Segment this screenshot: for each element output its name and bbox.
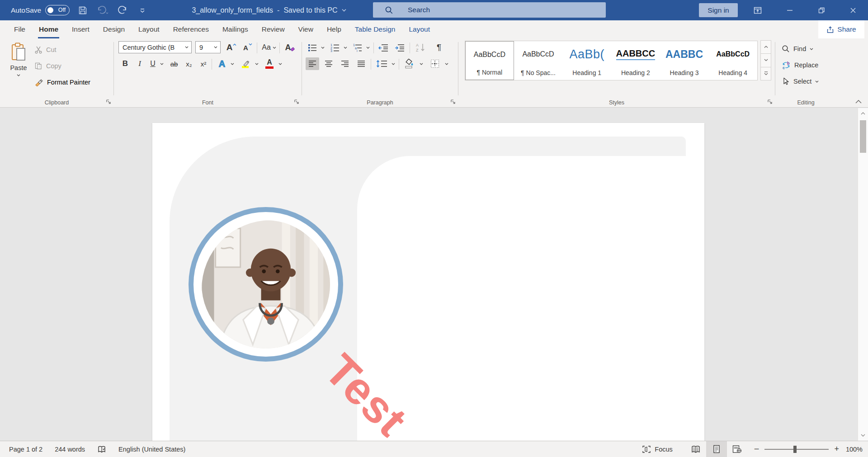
paragraph-dialog-launcher[interactable] — [450, 99, 456, 104]
autosave-control[interactable]: AutoSave Off — [11, 5, 70, 15]
search-input[interactable]: Search — [373, 2, 606, 18]
collapse-ribbon-button[interactable] — [855, 100, 862, 104]
numbering-button[interactable]: 123 — [328, 41, 342, 54]
tab-mailings[interactable]: Mailings — [216, 20, 255, 38]
tab-table-design[interactable]: Table Design — [348, 20, 402, 38]
minimize-button[interactable] — [779, 0, 800, 20]
style-heading-3[interactable]: AABBC Heading 3 — [660, 41, 709, 80]
styles-more-button[interactable] — [760, 67, 771, 80]
web-layout-button[interactable] — [727, 441, 748, 457]
close-button[interactable] — [843, 0, 863, 20]
tab-view[interactable]: View — [292, 20, 320, 38]
tab-design[interactable]: Design — [96, 20, 132, 38]
zoom-slider[interactable] — [764, 449, 829, 450]
paste-button[interactable]: Paste — [5, 41, 32, 86]
change-case-button[interactable]: Aa — [259, 41, 278, 54]
cut-button[interactable]: Cut — [34, 43, 57, 57]
style-no-spacing[interactable]: AaBbCcD ¶ No Spac... — [514, 41, 563, 80]
sign-in-button[interactable]: Sign in — [699, 3, 738, 17]
tab-layout[interactable]: Layout — [132, 20, 166, 38]
scrollbar-thumb[interactable] — [860, 120, 866, 153]
vertical-scrollbar[interactable] — [858, 108, 868, 441]
underline-button[interactable]: U — [147, 57, 158, 70]
restore-button[interactable] — [811, 0, 832, 20]
undo-button[interactable] — [96, 4, 109, 17]
tab-references[interactable]: References — [166, 20, 216, 38]
redo-button[interactable] — [116, 4, 129, 17]
ribbon-display-options-button[interactable] — [747, 0, 768, 20]
borders-button[interactable] — [428, 57, 442, 70]
underline-dropdown[interactable] — [158, 57, 165, 70]
font-color-dropdown[interactable] — [277, 57, 284, 70]
decrease-indent-button[interactable] — [376, 41, 391, 54]
sort-button[interactable]: AZ — [413, 41, 429, 54]
tab-file[interactable]: File — [7, 20, 32, 38]
style-heading-2[interactable]: AABBCC Heading 2 — [611, 41, 660, 80]
select-button[interactable]: Select — [782, 75, 819, 88]
italic-button[interactable]: I — [134, 57, 146, 70]
highlight-dropdown[interactable] — [253, 57, 260, 70]
highlight-button[interactable] — [239, 57, 252, 70]
shading-dropdown[interactable] — [418, 57, 425, 70]
multilevel-dropdown[interactable] — [364, 41, 372, 54]
tab-home[interactable]: Home — [32, 20, 65, 38]
clear-formatting-button[interactable]: A — [282, 41, 298, 54]
focus-mode-button[interactable]: Focus — [642, 445, 673, 453]
tab-review[interactable]: Review — [255, 20, 292, 38]
styles-dialog-launcher[interactable] — [767, 99, 773, 104]
styles-scroll-up-button[interactable] — [760, 40, 771, 54]
zoom-out-button[interactable]: − — [754, 444, 760, 454]
replace-button[interactable]: bc Replace — [782, 58, 818, 72]
copy-button[interactable]: Copy — [34, 59, 61, 73]
document-page[interactable]: Test — [152, 123, 704, 441]
language-indicator[interactable]: English (United States) — [118, 446, 185, 453]
save-button[interactable] — [76, 4, 90, 17]
style-heading-4[interactable]: AaBbCcD Heading 4 — [708, 41, 757, 80]
grow-font-button[interactable]: A — [224, 41, 239, 54]
zoom-level[interactable]: 100% — [839, 446, 863, 453]
proofing-status-button[interactable] — [97, 445, 106, 453]
tab-help[interactable]: Help — [320, 20, 348, 38]
format-painter-button[interactable]: Format Painter — [34, 75, 90, 89]
styles-scroll-down-button[interactable] — [760, 53, 771, 67]
justify-button[interactable] — [354, 57, 368, 70]
title-dropdown-chevron-icon[interactable] — [342, 9, 346, 12]
shrink-font-button[interactable]: A — [241, 41, 255, 54]
zoom-in-button[interactable]: + — [834, 444, 839, 454]
style-normal[interactable]: AaBbCcD ¶ Normal — [465, 41, 514, 80]
bullets-button[interactable] — [306, 41, 319, 54]
print-layout-button[interactable] — [706, 441, 727, 457]
increase-indent-button[interactable] — [392, 41, 407, 54]
find-button[interactable]: Find — [782, 42, 813, 56]
align-right-button[interactable] — [338, 57, 352, 70]
subscript-button[interactable]: x₂ — [183, 57, 195, 70]
font-dialog-launcher[interactable] — [294, 99, 299, 104]
line-spacing-dropdown[interactable] — [390, 57, 397, 70]
align-center-button[interactable] — [322, 57, 335, 70]
scroll-up-button[interactable] — [858, 108, 868, 119]
page-indicator[interactable]: Page 1 of 2 — [9, 446, 42, 453]
tab-table-layout[interactable]: Layout — [402, 20, 437, 38]
numbering-dropdown[interactable] — [342, 41, 349, 54]
font-name-combo[interactable]: Century Gothic (B — [118, 41, 192, 53]
text-effects-dropdown[interactable] — [229, 57, 236, 70]
read-mode-button[interactable] — [685, 441, 706, 457]
bullets-dropdown[interactable] — [319, 41, 326, 54]
line-spacing-button[interactable] — [374, 57, 390, 70]
align-left-button[interactable] — [306, 57, 319, 70]
strikethrough-button[interactable]: ab — [167, 57, 181, 70]
share-button[interactable]: Share — [818, 20, 864, 38]
scroll-down-button[interactable] — [858, 430, 868, 441]
word-count[interactable]: 244 words — [55, 446, 85, 453]
tab-insert[interactable]: Insert — [65, 20, 96, 38]
clipboard-dialog-launcher[interactable] — [106, 99, 111, 104]
bold-button[interactable]: B — [119, 57, 131, 70]
multilevel-list-button[interactable]: 1ai — [351, 41, 364, 54]
font-color-button[interactable]: A — [263, 57, 276, 70]
show-hide-pilcrow-button[interactable]: ¶ — [432, 41, 446, 54]
text-effects-button[interactable]: A — [215, 57, 229, 70]
font-size-combo[interactable]: 9 — [195, 41, 221, 53]
autosave-toggle[interactable]: Off — [45, 5, 70, 15]
style-heading-1[interactable]: AaBb( Heading 1 — [562, 41, 611, 80]
quick-access-customize-button[interactable] — [136, 4, 149, 17]
